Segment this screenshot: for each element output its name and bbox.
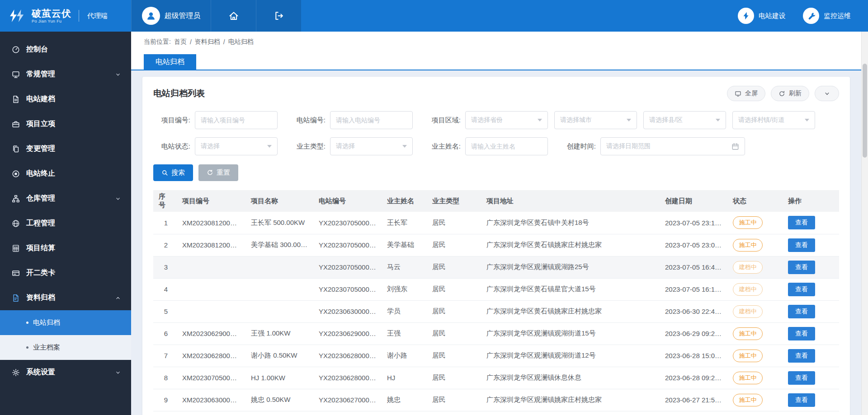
breadcrumb: 当前位置: 首页 / 资料归档 / 电站归档 bbox=[131, 32, 861, 52]
reset-button[interactable]: 重置 bbox=[198, 164, 238, 181]
sidebar-item-general-mgmt[interactable]: 常规管理 bbox=[0, 62, 131, 87]
logo-divider bbox=[79, 10, 79, 22]
chevron-up-icon bbox=[115, 295, 121, 301]
view-button[interactable]: 查看 bbox=[788, 393, 815, 407]
tab-bar: 电站归档 bbox=[131, 52, 861, 70]
sidebar-item-change-mgmt[interactable]: 变更管理 bbox=[0, 136, 131, 161]
station-status-select[interactable]: 请选择 bbox=[195, 137, 278, 155]
date-range-input[interactable]: 请选择日期范围 bbox=[600, 137, 745, 155]
owner-name-input[interactable] bbox=[465, 137, 548, 155]
caret-down-icon bbox=[538, 119, 542, 121]
sidebar: 控制台 常规管理 电站建档 项目立项 变更管理 电站终止 仓库管理 工程管理 项… bbox=[0, 32, 131, 415]
caret-down-icon bbox=[627, 119, 631, 121]
view-button[interactable]: 查看 bbox=[788, 261, 815, 274]
card-icon bbox=[12, 269, 20, 277]
logo-subtitle: Po Jian Yun Fu bbox=[32, 19, 71, 23]
owner-type-select[interactable]: 请选择 bbox=[330, 137, 413, 155]
sidebar-item-warehouse-mgmt[interactable]: 仓库管理 bbox=[0, 186, 131, 211]
archive-icon bbox=[12, 294, 20, 302]
sidebar-item-project-initiation[interactable]: 项目立项 bbox=[0, 112, 131, 136]
collapse-button[interactable] bbox=[815, 86, 839, 101]
caret-down-icon bbox=[402, 145, 407, 148]
breadcrumb-prefix: 当前位置: bbox=[144, 38, 171, 46]
dashboard-icon bbox=[12, 46, 20, 54]
nav-station-build[interactable]: 电站建设 bbox=[738, 0, 786, 32]
sidebar-item-dashboard[interactable]: 控制台 bbox=[0, 37, 131, 62]
file-icon bbox=[12, 95, 20, 103]
province-select[interactable]: 请选择省份 bbox=[465, 111, 548, 129]
town-select[interactable]: 请选择村镇/街道 bbox=[732, 111, 815, 129]
project-no-input[interactable] bbox=[195, 111, 278, 129]
warehouse-icon bbox=[12, 195, 20, 203]
sidebar-item-class2-card[interactable]: 开二类卡 bbox=[0, 261, 131, 285]
station-no-input[interactable] bbox=[330, 111, 413, 129]
logo[interactable]: 破茧云伏 Po Jian Yun Fu 代理端 bbox=[0, 0, 131, 32]
archive-table: 序号 项目编号 项目名称 电站编号 业主姓名 业主类型 项目地址 创建日期 状态… bbox=[153, 190, 839, 415]
view-button[interactable]: 查看 bbox=[788, 283, 815, 296]
fullscreen-button[interactable]: 全屏 bbox=[727, 86, 765, 101]
sidebar-subitem-owner-files[interactable]: 业主档案 bbox=[0, 335, 131, 360]
view-button[interactable]: 查看 bbox=[788, 327, 815, 340]
breadcrumb-current: 电站归档 bbox=[228, 38, 254, 46]
sidebar-item-project-settlement[interactable]: 项目结算 bbox=[0, 236, 131, 261]
breadcrumb-separator: / bbox=[223, 38, 225, 46]
view-button[interactable]: 查看 bbox=[788, 349, 815, 363]
owner-type-label: 业主类型: bbox=[288, 142, 330, 151]
city-select[interactable]: 请选择城市 bbox=[554, 111, 637, 129]
sidebar-item-station-filing[interactable]: 电站建档 bbox=[0, 87, 131, 112]
view-button[interactable]: 查看 bbox=[788, 216, 815, 229]
bullet-icon bbox=[26, 322, 28, 324]
tab-station-archive[interactable]: 电站归档 bbox=[144, 54, 196, 70]
nav-station-build-label: 电站建设 bbox=[759, 12, 786, 20]
chevron-down-icon bbox=[824, 90, 830, 97]
refresh-button[interactable]: 刷新 bbox=[771, 86, 809, 101]
table-row: 7 XM2023062800004 谢小路 0.50KW YX202306280… bbox=[153, 345, 839, 367]
status-badge: 建档中 bbox=[733, 261, 763, 274]
breadcrumb-archive[interactable]: 资料归档 bbox=[195, 38, 220, 46]
nav-monitor-ops-label: 监控运维 bbox=[824, 12, 851, 20]
chevron-down-icon bbox=[115, 71, 121, 78]
user-menu[interactable]: 超级管理员 bbox=[131, 0, 211, 32]
ledger-icon bbox=[12, 244, 20, 252]
page-scrollbar[interactable] bbox=[861, 32, 868, 415]
scrollbar-thumb[interactable] bbox=[863, 64, 867, 158]
home-button[interactable] bbox=[211, 0, 256, 32]
globe-icon bbox=[12, 219, 20, 228]
sidebar-item-system-settings[interactable]: 系统设置 bbox=[0, 360, 131, 385]
status-badge: 施工中 bbox=[733, 372, 763, 384]
stop-icon bbox=[12, 170, 20, 178]
status-badge: 施工中 bbox=[733, 327, 763, 340]
avatar bbox=[142, 7, 160, 25]
logo-tag: 代理端 bbox=[87, 12, 108, 20]
table-row: 5 YX2023063000009 学员 居民 广东深圳龙华区黄石镇姚家庄村姚忠… bbox=[153, 300, 839, 322]
top-header: 破茧云伏 Po Jian Yun Fu 代理端 超级管理员 电站建设 bbox=[0, 0, 868, 32]
table-header-row: 序号 项目编号 项目名称 电站编号 业主姓名 业主类型 项目地址 创建日期 状态… bbox=[153, 190, 839, 212]
nav-monitor-ops[interactable]: 监控运维 bbox=[803, 0, 851, 32]
sidebar-item-station-termination[interactable]: 电站终止 bbox=[0, 161, 131, 186]
panel-title: 电站归档列表 bbox=[153, 88, 205, 99]
caret-down-icon bbox=[805, 119, 809, 121]
view-button[interactable]: 查看 bbox=[788, 305, 815, 318]
status-badge: 建档中 bbox=[733, 305, 763, 318]
sidebar-item-data-archive[interactable]: 资料归档 bbox=[0, 285, 131, 310]
region-label: 项目区域: bbox=[424, 116, 465, 125]
gear-icon bbox=[12, 368, 20, 377]
breadcrumb-home[interactable]: 首页 bbox=[174, 38, 187, 46]
view-button[interactable]: 查看 bbox=[788, 371, 815, 385]
sidebar-subitem-station-archive[interactable]: 电站归档 bbox=[0, 310, 131, 335]
status-badge: 施工中 bbox=[733, 350, 763, 362]
status-badge: 施工中 bbox=[733, 394, 763, 406]
bullet-icon bbox=[26, 346, 28, 349]
fullscreen-icon bbox=[735, 90, 741, 97]
search-button[interactable]: 搜索 bbox=[153, 164, 193, 181]
breadcrumb-separator: / bbox=[190, 38, 192, 46]
lightning-icon bbox=[741, 11, 750, 20]
refresh-icon bbox=[778, 90, 785, 97]
county-select[interactable]: 请选择县/区 bbox=[643, 111, 726, 129]
calendar-icon bbox=[731, 143, 739, 150]
view-button[interactable]: 查看 bbox=[788, 238, 815, 252]
logout-button[interactable] bbox=[256, 0, 301, 32]
station-status-label: 电站状态: bbox=[153, 142, 195, 151]
home-icon bbox=[228, 10, 239, 21]
sidebar-item-engineering-mgmt[interactable]: 工程管理 bbox=[0, 211, 131, 236]
